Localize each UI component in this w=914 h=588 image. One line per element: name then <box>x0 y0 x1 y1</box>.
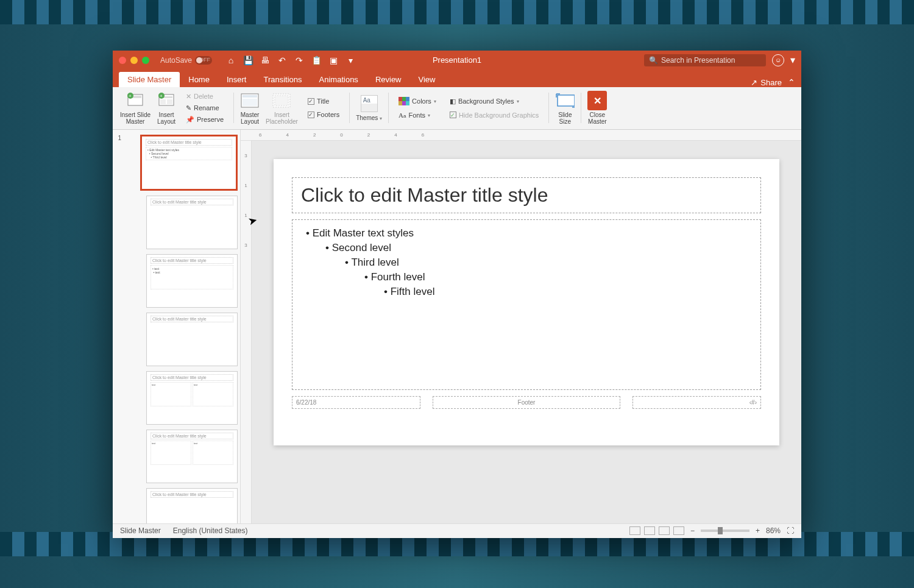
date-placeholder[interactable]: 6/22/18 <box>292 396 420 409</box>
layout-thumbnail[interactable]: Click to edit Master title style <box>146 488 238 523</box>
maximize-window-button[interactable] <box>142 57 149 64</box>
share-button[interactable]: ↗ Share <box>751 78 782 87</box>
ribbon: + Insert Slide Master + Insert Layout ✕D… <box>113 87 801 130</box>
list-item: Edit Master text styles <box>306 226 752 241</box>
horizontal-ruler: 6420246 <box>241 130 801 141</box>
master-thumbnail[interactable]: Click to edit Master title style • Edit … <box>140 135 238 191</box>
thumb-number: 1 <box>115 135 121 191</box>
checkbox-icon: ✓ <box>450 112 456 118</box>
reading-view-button[interactable] <box>659 526 670 535</box>
tab-view[interactable]: View <box>410 72 444 87</box>
insert-slide-master-button[interactable]: + Insert Slide Master <box>118 90 153 126</box>
zoom-slider[interactable] <box>701 530 749 532</box>
slide-size-button[interactable]: Slide Size <box>553 90 577 126</box>
svg-text:+: + <box>129 93 132 99</box>
undo-icon[interactable]: ↶ <box>277 55 287 65</box>
title-checkbox[interactable]: Title <box>305 96 331 106</box>
footers-checkbox[interactable]: Footers <box>305 110 342 119</box>
fonts-button[interactable]: AaFonts▾ <box>396 110 433 120</box>
slide-number-placeholder[interactable]: ‹#› <box>632 396 761 409</box>
svg-text:+: + <box>160 93 163 99</box>
layout-thumbnail[interactable]: Click to edit Master title style <box>146 313 238 366</box>
status-bar: Slide Master English (United States) − +… <box>113 523 801 538</box>
quick-access-toolbar: ⌂ 💾 🖶 ↶ ↷ 📋 ▣ ▾ <box>226 55 355 65</box>
svg-rect-14 <box>275 96 288 105</box>
tab-review[interactable]: Review <box>367 72 410 87</box>
background-styles-button[interactable]: ◧Background Styles▾ <box>447 96 522 107</box>
layout-thumbnail[interactable]: Click to edit Master title style• text •… <box>146 254 238 308</box>
vertical-ruler: 3113 <box>241 141 252 523</box>
zoom-out-button[interactable]: − <box>690 526 695 535</box>
svg-rect-6 <box>160 99 166 104</box>
paste-icon[interactable]: 📋 <box>311 55 321 65</box>
fit-window-button[interactable]: ⛶ <box>787 526 794 535</box>
view-status: Slide Master <box>120 526 161 535</box>
list-item: Second level <box>325 241 752 255</box>
window-controls <box>119 57 149 64</box>
thumbnail-pane[interactable]: 1 Click to edit Master title style • Edi… <box>113 130 241 523</box>
themes-button[interactable]: Aa Themes ▾ <box>353 93 384 123</box>
tab-animations[interactable]: Animations <box>311 72 367 87</box>
zoom-level[interactable]: 86% <box>766 526 781 535</box>
dropdown-icon[interactable]: ▾ <box>790 54 795 66</box>
tab-insert[interactable]: Insert <box>218 72 255 87</box>
autosave-label: AutoSave <box>160 56 192 65</box>
tab-home[interactable]: Home <box>180 72 218 87</box>
slide-canvas[interactable]: Click to edit Master title style Edit Ma… <box>252 141 801 523</box>
search-input[interactable]: 🔍 Search in Presentation <box>644 54 766 66</box>
app-window: ➤ AutoSave OFF ⌂ 💾 🖶 ↶ ↷ 📋 ▣ ▾ Presentat… <box>113 51 801 538</box>
sorter-view-button[interactable] <box>644 526 655 535</box>
layout-thumbnail[interactable]: Click to edit Master title style <box>146 196 238 249</box>
svg-rect-11 <box>243 95 257 97</box>
save-icon[interactable]: 💾 <box>243 55 253 65</box>
slide-editor: 6420246 3113 Click to edit Master title … <box>241 130 801 523</box>
rename-icon: ✎ <box>186 104 191 112</box>
close-master-button[interactable]: ✕ Close Master <box>585 90 609 126</box>
content-area: 1 Click to edit Master title style • Edi… <box>113 130 801 523</box>
delete-button[interactable]: ✕Delete <box>183 91 216 102</box>
insert-placeholder-button[interactable]: Insert Placeholder <box>263 90 300 126</box>
delete-icon: ✕ <box>186 93 191 101</box>
master-layout-button[interactable]: Master Layout <box>238 90 262 126</box>
background-icon: ◧ <box>450 97 456 105</box>
print-icon[interactable]: 🖶 <box>260 55 270 65</box>
colors-button[interactable]: Colors▾ <box>396 96 439 107</box>
title-placeholder[interactable]: Click to edit Master title style <box>292 177 761 213</box>
collapse-ribbon-icon[interactable]: ⌃ <box>788 77 795 87</box>
slide[interactable]: Click to edit Master title style Edit Ma… <box>274 159 779 445</box>
slideshow-view-button[interactable] <box>673 526 684 535</box>
add-icon[interactable]: ▣ <box>328 55 338 65</box>
list-item: Third level <box>345 255 752 270</box>
svg-rect-12 <box>243 99 257 106</box>
list-item: Fifth level <box>384 285 752 299</box>
share-icon: ↗ <box>751 78 757 87</box>
layout-thumbnail[interactable]: Click to edit Master title styletexttext <box>146 430 238 483</box>
language-status[interactable]: English (United States) <box>173 526 248 535</box>
rename-button[interactable]: ✎Rename <box>183 103 222 113</box>
preserve-button[interactable]: 📌Preserve <box>183 115 226 125</box>
layout-thumbnail[interactable]: Click to edit Master title styletexttext <box>146 371 238 425</box>
redo-icon[interactable]: ↷ <box>294 55 304 65</box>
title-bar: AutoSave OFF ⌂ 💾 🖶 ↶ ↷ 📋 ▣ ▾ Presentatio… <box>113 51 801 70</box>
tab-transitions[interactable]: Transitions <box>255 72 310 87</box>
ribbon-tabs: Slide Master Home Insert Transitions Ani… <box>113 70 801 87</box>
normal-view-button[interactable] <box>629 526 640 535</box>
document-title: Presentation1 <box>433 55 481 65</box>
list-item: Fourth level <box>364 270 752 285</box>
body-placeholder[interactable]: Edit Master text styles Second level Thi… <box>292 219 761 390</box>
footer-placeholder[interactable]: Footer <box>433 396 621 409</box>
home-icon[interactable]: ⌂ <box>226 55 236 65</box>
svg-rect-7 <box>167 99 172 104</box>
tab-slide-master[interactable]: Slide Master <box>119 72 180 87</box>
fonts-icon: Aa <box>399 112 406 119</box>
customize-icon[interactable]: ▾ <box>345 55 355 65</box>
autosave-toggle[interactable]: AutoSave OFF <box>160 56 212 65</box>
preserve-icon: 📌 <box>186 116 194 124</box>
insert-layout-button[interactable]: + Insert Layout <box>154 90 179 126</box>
search-icon: 🔍 <box>649 56 658 65</box>
close-window-button[interactable] <box>119 57 126 64</box>
zoom-in-button[interactable]: + <box>756 526 760 535</box>
feedback-icon[interactable]: ☺ <box>772 54 784 66</box>
hide-background-checkbox[interactable]: ✓Hide Background Graphics <box>447 110 541 120</box>
minimize-window-button[interactable] <box>130 57 138 64</box>
